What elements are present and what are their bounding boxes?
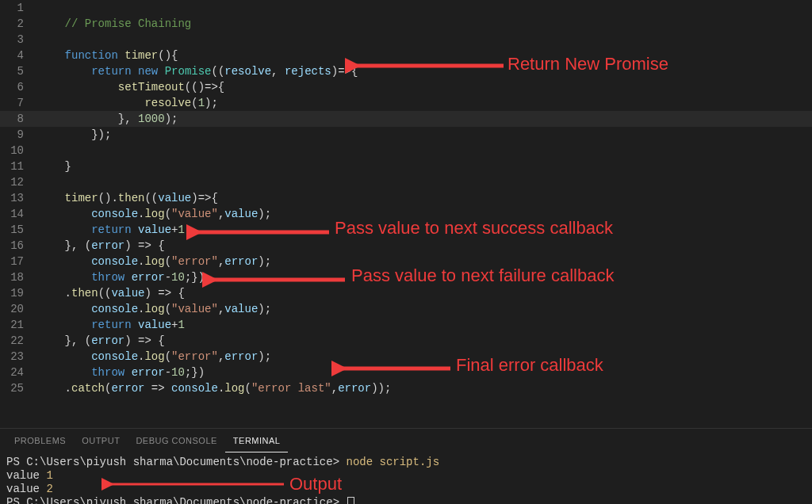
line-number: 2 [0,16,38,32]
line-number: 24 [0,365,38,380]
terminal[interactable]: PS C:\Users\piyush sharma\Documents\node… [0,452,812,504]
line-number: 17 [0,254,38,269]
line-number: 5 [0,63,38,79]
terminal-line: PS C:\Users\piyush sharma\Documents\node… [6,496,806,504]
line-number: 21 [0,317,38,333]
line-number: 11 [0,158,38,174]
line-number: 25 [0,380,38,396]
panel-tabs: PROBLEMS OUTPUT DEBUG CONSOLE TERMINAL [0,429,812,452]
line-number: 15 [0,222,38,238]
line-number: 16 [0,238,38,254]
line-number: 7 [0,95,38,111]
line-number: 18 [0,269,38,285]
tab-problems[interactable]: PROBLEMS [6,429,74,452]
line-number: 14 [0,206,38,222]
line-number: 23 [0,349,38,365]
terminal-line: PS C:\Users\piyush sharma\Documents\node… [6,456,806,469]
terminal-line: value 2 [6,483,806,496]
line-number: 3 [0,32,38,48]
line-number: 22 [0,333,38,349]
line-number: 9 [0,127,38,143]
tab-terminal[interactable]: TERMINAL [225,429,289,452]
line-number: 19 [0,285,38,301]
line-number: 13 [0,190,38,206]
line-number: 10 [0,143,38,158]
bottom-panel: PROBLEMS OUTPUT DEBUG CONSOLE TERMINAL P… [0,428,812,504]
line-number: 1 [0,0,38,16]
line-number: 12 [0,174,38,190]
tab-output[interactable]: OUTPUT [74,429,128,452]
tab-debug-console[interactable]: DEBUG CONSOLE [128,429,224,452]
line-number: 4 [0,48,38,63]
terminal-cursor-icon [347,497,354,504]
active-line: 8 }, 1000); [0,111,812,127]
comment-text: // Promise Chaining [65,17,192,30]
line-number: 6 [0,79,38,95]
line-number: 8 [0,111,38,127]
terminal-line: value 1 [6,469,806,483]
code-editor[interactable]: 1 2 // Promise Chaining 3 4 function tim… [0,0,812,428]
line-number: 20 [0,301,38,317]
